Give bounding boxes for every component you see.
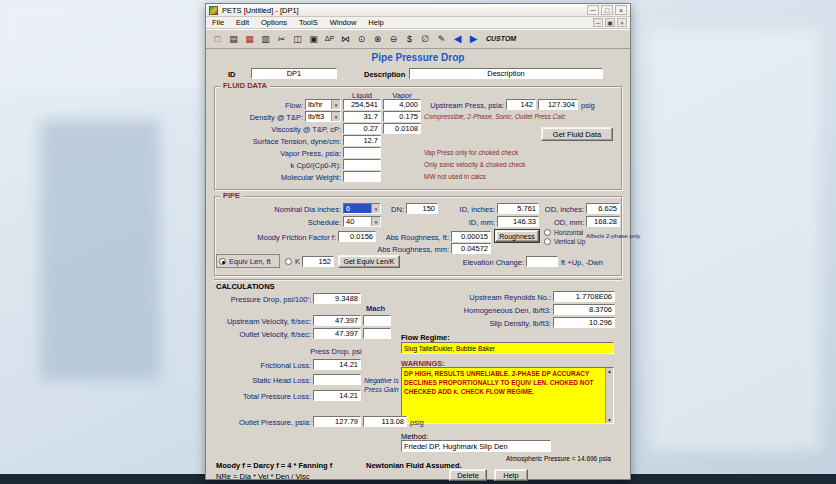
id-mm-field[interactable]: 146.33 (497, 216, 539, 227)
paste-icon[interactable]: ▣ (306, 31, 321, 46)
upstream-velocity-field[interactable]: 47.397 (313, 315, 361, 326)
frictional-loss-field[interactable]: 14.21 (313, 359, 361, 370)
edit-icon[interactable]: ✎ (434, 31, 449, 46)
get-equiv-len-button[interactable]: Get Equiv Len/K (338, 255, 400, 268)
scroll-up-icon[interactable]: ▲ (607, 368, 612, 374)
vap-press-note: Vap Press only for choked check (424, 149, 518, 156)
slope-icon[interactable]: ∅ (418, 31, 433, 46)
minimize-button[interactable]: ─ (587, 5, 599, 15)
menu-tools[interactable]: ToolS (293, 17, 324, 28)
id-field[interactable]: DP1 (251, 68, 337, 79)
valve-icon[interactable]: ⊗ (370, 31, 385, 46)
mdi-restore-button[interactable]: ▣ (605, 18, 615, 27)
total-loss-field[interactable]: 14.21 (313, 390, 361, 401)
flow-liquid-field[interactable]: 254,541 (343, 99, 381, 110)
density-unit-dropdown[interactable]: lb/ft3 ▾ (305, 111, 341, 122)
vapor-press-field[interactable] (343, 147, 381, 158)
new-icon[interactable]: □ (210, 31, 225, 46)
abs-roughness-mm-field[interactable]: 0.04572 (451, 243, 491, 254)
scroll-down-icon[interactable]: ▼ (607, 417, 612, 423)
menu-file[interactable]: File (206, 17, 230, 28)
od-mm-field[interactable]: 168.28 (586, 216, 620, 227)
menu-options[interactable]: Options (255, 17, 293, 28)
copy-icon[interactable]: ◫ (290, 31, 305, 46)
equiv-len-field[interactable]: 152 (302, 256, 334, 267)
outlet-velocity-field[interactable]: 47.397 (313, 328, 361, 339)
flow-regime-label: Flow Regime: (401, 333, 450, 342)
static-head-field[interactable] (313, 374, 361, 385)
schedule-dropdown[interactable]: 40 ▾ (343, 216, 381, 227)
chevron-down-icon: ▾ (331, 112, 340, 121)
k-cp-field[interactable] (343, 159, 381, 170)
mdi-minimize-button[interactable]: ─ (593, 18, 603, 27)
elevation-change-field[interactable] (526, 256, 558, 267)
dn-field[interactable]: 150 (406, 203, 438, 214)
close-button[interactable]: × (615, 5, 627, 15)
pressure-drop-field[interactable]: 9.3488 (313, 293, 361, 304)
delta-p-icon[interactable]: ΔP (322, 31, 337, 46)
upstream-mach-field[interactable] (363, 315, 391, 326)
k-radio[interactable]: K (285, 257, 300, 266)
warnings-box[interactable]: DP HIGH, RESULTS UNRELIABLE. 2-PHASE DP … (401, 367, 614, 424)
upstream-reynolds-field[interactable]: 1.7708E06 (553, 291, 615, 302)
flow-unit-dropdown[interactable]: lb/hr ▾ (305, 99, 341, 110)
horizontal-radio[interactable]: Horizontal (544, 229, 583, 236)
get-fluid-data-button[interactable]: Get Fluid Data (541, 127, 613, 141)
total-loss-label: Total Pressure Loss: (216, 392, 311, 401)
flow-vapor-field[interactable]: 4,000 (383, 99, 421, 110)
id-inches-field[interactable]: 5.761 (497, 203, 539, 214)
od-inches-field[interactable]: 6.625 (586, 203, 620, 214)
nav-back-icon[interactable]: ◀ (450, 31, 465, 46)
nominal-dia-dropdown[interactable]: 6 ▾ (343, 203, 381, 214)
radio-circle-icon (285, 258, 292, 265)
viscosity-vapor-field[interactable]: 0.0108 (383, 123, 421, 134)
warnings-scrollbar[interactable]: ▲ ▼ (605, 368, 613, 423)
moody-friction-field[interactable]: 0.0156 (338, 231, 376, 242)
orifice-icon[interactable]: ⊖ (386, 31, 401, 46)
density-liquid-field[interactable]: 31.7 (343, 111, 381, 122)
desktop-background-shape (0, 0, 210, 90)
upstream-velocity-label: Upstream Velocity, ft/sec: (216, 317, 311, 326)
app-icon (209, 6, 218, 15)
mdi-close-button[interactable]: × (617, 18, 627, 27)
roughness-button[interactable]: Roughness (495, 230, 539, 242)
nominal-dia-value: 6 (344, 204, 371, 213)
upstream-press-psia-field[interactable]: 142 (506, 99, 536, 110)
menu-window[interactable]: Window (324, 17, 363, 28)
surface-tension-field[interactable]: 12.7 (343, 135, 381, 146)
dn-label: DN: (384, 205, 404, 214)
flow-regime-field[interactable]: Slug TaitelDukler, Bubble Baker (401, 342, 614, 354)
outlet-pressure-psig-field[interactable]: 113.08 (363, 416, 407, 427)
nav-forward-icon[interactable]: ▶ (466, 31, 481, 46)
pump-icon[interactable]: ⊙ (354, 31, 369, 46)
delete-button[interactable]: Delete (449, 469, 487, 481)
od-inches-label: OD, inches: (542, 205, 584, 214)
outlet-mach-field[interactable] (363, 328, 391, 339)
open-icon[interactable]: ▤ (226, 31, 241, 46)
density-vapor-field[interactable]: 0.175 (383, 111, 421, 122)
abs-roughness-ft-field[interactable]: 0.00015 (451, 231, 491, 242)
homogeneous-den-field[interactable]: 8.3706 (553, 304, 615, 315)
cut-icon[interactable]: ✂ (274, 31, 289, 46)
viscosity-liquid-field[interactable]: 0.27 (343, 123, 381, 134)
slip-density-field[interactable]: 10.296 (553, 317, 615, 328)
newtonian-note: Newtonian Fluid Assumed. (366, 461, 462, 470)
radio-circle-icon (544, 229, 551, 236)
vertical-up-radio[interactable]: Vertical Up (544, 238, 585, 245)
outlet-pressure-psia-field[interactable]: 127.79 (313, 416, 361, 427)
maximize-button[interactable]: □ (601, 5, 613, 15)
description-field[interactable]: Description (409, 68, 603, 79)
equiv-len-radio[interactable]: Equiv Len, ft (219, 257, 271, 266)
print-icon[interactable]: ▥ (258, 31, 273, 46)
calculations-divider (214, 279, 622, 281)
fittings-icon[interactable]: ⋈ (338, 31, 353, 46)
help-button[interactable]: Help (494, 469, 528, 481)
cost-icon[interactable]: $ (402, 31, 417, 46)
menu-edit[interactable]: Edit (230, 17, 255, 28)
molecular-weight-field[interactable] (343, 171, 381, 182)
mw-note: MW not used in calcs (424, 173, 486, 180)
upstream-press-psig-field[interactable]: 127.304 (538, 99, 578, 110)
menu-help[interactable]: Help (362, 17, 389, 28)
method-field[interactable]: Friedel DP, Hughmark Slip Den (401, 440, 551, 452)
save-icon[interactable]: ▦ (242, 31, 257, 46)
